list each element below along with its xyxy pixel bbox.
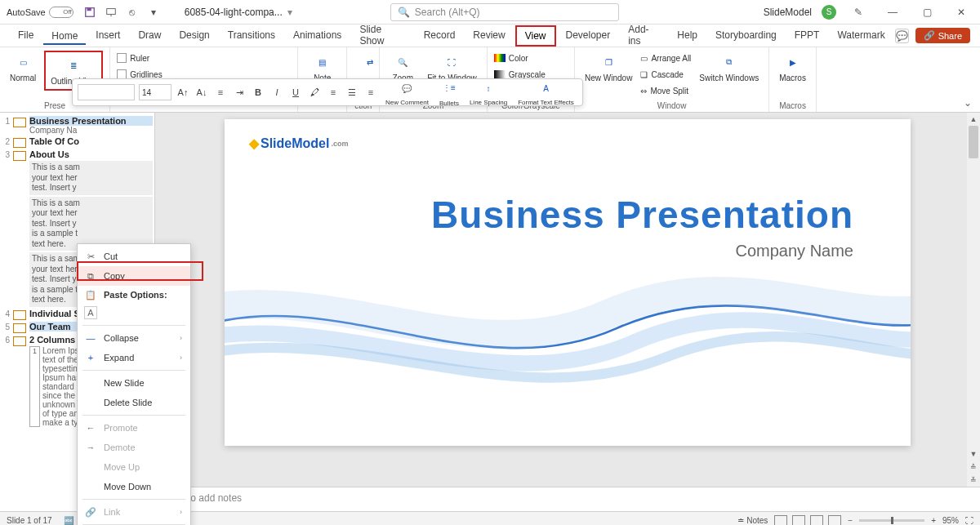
vertical-scrollbar[interactable]: ▲ ▼ ≙ ≚: [967, 113, 980, 487]
notes-toggle[interactable]: ≐ Notes: [737, 516, 768, 525]
line-spacing-button[interactable]: ↕Line Spacing: [466, 77, 510, 108]
tab-file[interactable]: File: [10, 26, 42, 46]
cm-link: 🔗Link›: [78, 502, 190, 522]
slide-editor: ◆SlideModel.com Business Presentation Co…: [155, 113, 980, 511]
cascade-button[interactable]: ❏ Cascade: [640, 67, 691, 82]
tab-home[interactable]: Home: [43, 27, 86, 45]
font-family-select[interactable]: [78, 84, 135, 100]
present-icon[interactable]: [105, 6, 118, 19]
search-input[interactable]: 🔍 Search (Alt+Q): [390, 3, 619, 21]
tab-draw[interactable]: Draw: [130, 26, 169, 46]
close-button[interactable]: ✕: [949, 4, 973, 20]
underline-button[interactable]: U: [288, 85, 303, 100]
tab-slideshow[interactable]: Slide Show: [351, 20, 413, 51]
next-slide-icon[interactable]: ≚: [967, 474, 980, 487]
mini-format-toolbar: 14 A↑ A↓ ≡ ⇥ B I U 🖍 ≡ ☰ ≡ 💬New Comment …: [72, 78, 583, 106]
increase-font-icon[interactable]: A↑: [176, 85, 190, 100]
slideshow-view-icon[interactable]: [828, 515, 841, 526]
tab-record[interactable]: Record: [416, 26, 464, 46]
decrease-font-icon[interactable]: A↓: [194, 85, 209, 100]
maximize-button[interactable]: ▢: [915, 4, 939, 20]
user-avatar[interactable]: S: [822, 5, 836, 20]
export-icon[interactable]: ⎋: [126, 6, 139, 19]
comments-icon[interactable]: 💬: [895, 29, 909, 43]
slide-canvas[interactable]: ◆SlideModel.com Business Presentation Co…: [155, 113, 980, 487]
document-title[interactable]: 6085-04-light-compa...▾: [185, 7, 292, 18]
collapse-ribbon-icon[interactable]: ⌄: [964, 97, 972, 109]
cm-paste-option[interactable]: A: [78, 303, 190, 323]
bullets-icon[interactable]: ≡: [213, 85, 228, 100]
tab-storyboarding[interactable]: Storyboarding: [707, 26, 785, 46]
notes-pane[interactable]: to add notes: [155, 487, 980, 511]
cm-delete-slide[interactable]: Delete Slide: [78, 393, 190, 412]
autosave-label: AutoSave: [7, 7, 46, 17]
cm-move-down[interactable]: Move Down: [78, 477, 190, 496]
align-right-icon[interactable]: ≡: [363, 85, 378, 100]
outline-item-2[interactable]: 2 Table Of Co: [2, 136, 153, 148]
copy-icon: ⧉: [84, 269, 97, 283]
tab-watermark[interactable]: Watermark: [829, 26, 893, 46]
arrange-all-button[interactable]: ▭ Arrange All: [640, 51, 691, 65]
bullets-button[interactable]: ⋮≡Bullets: [436, 77, 462, 109]
switch-windows-button[interactable]: ⧉Switch Windows: [696, 51, 762, 84]
tab-design[interactable]: Design: [171, 26, 217, 46]
zoom-slider[interactable]: [859, 519, 924, 522]
tab-addins[interactable]: Add-ins: [620, 20, 667, 51]
fit-to-window-icon[interactable]: ⛶: [965, 516, 973, 525]
slide-title-text[interactable]: Business Presentation: [431, 193, 853, 237]
ruler-checkbox[interactable]: Ruler: [117, 51, 291, 65]
move-split-button[interactable]: ⇔ Move Split: [640, 83, 691, 98]
cm-copy[interactable]: ⧉Copy: [78, 266, 190, 286]
tab-fppt[interactable]: FPPT: [786, 26, 828, 46]
bold-button[interactable]: B: [251, 85, 265, 100]
tab-developer[interactable]: Developer: [558, 26, 619, 46]
cm-new-slide[interactable]: New Slide: [78, 373, 190, 393]
tab-animations[interactable]: Animations: [285, 26, 350, 46]
zoom-in-button[interactable]: +: [931, 516, 936, 525]
language-indicator[interactable]: 🔤: [64, 516, 74, 525]
qat-dropdown-icon[interactable]: ▾: [147, 6, 160, 19]
prev-slide-icon[interactable]: ≙: [967, 460, 980, 474]
cm-paste-header: 📋Paste Options:: [78, 286, 190, 303]
align-center-icon[interactable]: ☰: [345, 85, 359, 100]
share-button[interactable]: 🔗Share: [915, 28, 970, 43]
slidemodel-logo: ◆SlideModel.com: [249, 136, 348, 151]
context-menu: ✂Cut ⧉Copy 📋Paste Options: A —Collapse› …: [77, 243, 191, 525]
text-effects-button[interactable]: AFormat Text Effects: [514, 77, 577, 108]
font-size-select[interactable]: 14: [139, 84, 172, 100]
tab-review[interactable]: Review: [465, 26, 513, 46]
save-icon[interactable]: [83, 6, 96, 19]
zoom-out-button[interactable]: −: [848, 516, 853, 525]
outline-item-1[interactable]: 1 Business PresentationCompany Na: [2, 116, 153, 135]
minimize-button[interactable]: —: [880, 4, 905, 20]
tab-insert[interactable]: Insert: [87, 26, 128, 46]
indent-icon[interactable]: ⇥: [232, 85, 247, 100]
tab-help[interactable]: Help: [669, 26, 706, 46]
slide-1[interactable]: ◆SlideModel.com Business Presentation Co…: [225, 119, 911, 446]
align-left-icon[interactable]: ≡: [326, 85, 341, 100]
scroll-up-icon[interactable]: ▲: [967, 113, 980, 126]
italic-button[interactable]: I: [270, 85, 284, 100]
tab-view-highlighted[interactable]: View: [515, 25, 556, 47]
slide-icon: [13, 118, 26, 127]
new-comment-button[interactable]: 💬New Comment: [382, 77, 432, 108]
cm-collapse[interactable]: —Collapse›: [78, 328, 190, 348]
sorter-view-icon[interactable]: [792, 515, 805, 526]
scroll-down-icon[interactable]: ▼: [967, 447, 980, 460]
reading-view-icon[interactable]: [810, 515, 823, 526]
autosave-toggle[interactable]: AutoSave Off: [7, 7, 74, 18]
slide-count[interactable]: Slide 1 of 17: [7, 516, 52, 525]
zoom-percent[interactable]: 95%: [942, 516, 959, 525]
tab-transitions[interactable]: Transitions: [220, 26, 283, 46]
scroll-thumb[interactable]: [969, 126, 978, 158]
normal-view-button[interactable]: ▭Normal: [7, 51, 39, 84]
new-window-button[interactable]: ❐New Window: [581, 51, 635, 84]
pen-icon[interactable]: ✎: [846, 4, 871, 20]
highlight-icon[interactable]: 🖍: [307, 85, 322, 100]
cm-cut[interactable]: ✂Cut: [78, 247, 190, 266]
cm-expand[interactable]: +Expand›: [78, 348, 190, 367]
macros-button[interactable]: ▶Macros: [776, 51, 809, 84]
autosave-switch[interactable]: Off: [49, 7, 74, 18]
color-button[interactable]: Color: [494, 51, 568, 65]
normal-view-icon[interactable]: [774, 515, 787, 526]
